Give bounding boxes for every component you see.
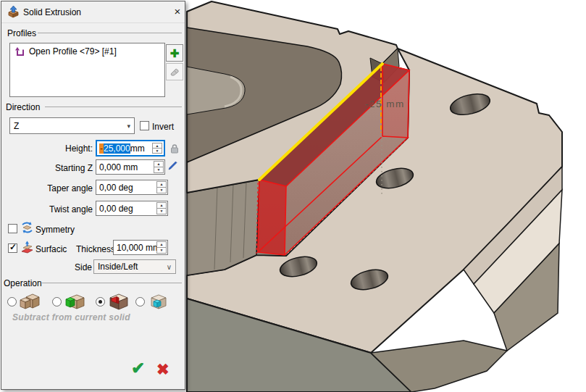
twist-angle-label: Twist angle <box>45 204 93 214</box>
dimension-label: -25 mm <box>365 99 405 109</box>
pick-pen-icon[interactable] <box>167 160 178 171</box>
direction-value: Z <box>14 121 19 131</box>
operation-radio-union[interactable] <box>7 297 17 306</box>
invert-label: Invert <box>152 122 174 132</box>
plus-icon: ✚ <box>170 48 180 59</box>
chevron-down-icon <box>127 122 130 130</box>
height-selected-text: 25,000 <box>104 143 130 154</box>
solid-extrusion-dialog: Solid Extrusion × Profiles Open Profile … <box>1 1 185 390</box>
taper-angle-field[interactable]: 0,00 deg <box>96 180 168 195</box>
eraser-icon <box>169 67 180 77</box>
twist-spinner[interactable] <box>156 202 167 214</box>
starting-z-spinner[interactable] <box>154 161 164 173</box>
side-value: Inside/Left <box>98 262 138 272</box>
surfacic-checkbox[interactable] <box>8 243 17 253</box>
invert-checkbox[interactable] <box>140 121 149 130</box>
taper-angle-value: 0,00 deg <box>99 183 133 193</box>
profiles-list[interactable]: Open Profile <79> [#1] <box>9 43 165 97</box>
spin-up-icon[interactable] <box>154 162 163 167</box>
thickness-value: 10,000 mm <box>117 243 160 253</box>
operation-radio-intersect[interactable] <box>135 297 145 306</box>
direction-group-label: Direction <box>6 102 40 112</box>
operation-radio-subtract[interactable] <box>96 297 105 306</box>
symmetry-label: Symmetry <box>35 225 75 235</box>
intersect-cyan-cube-icon <box>147 293 169 310</box>
solid-extrusion-icon <box>7 6 20 18</box>
starting-z-value: 0,000 mm <box>99 162 138 172</box>
spin-up-icon[interactable] <box>157 203 166 209</box>
spin-down-icon[interactable] <box>157 209 166 214</box>
thickness-spinner[interactable] <box>156 241 167 254</box>
union-cubes-icon <box>19 293 41 310</box>
close-button[interactable]: × <box>170 4 185 19</box>
thickness-label: Thickness <box>76 244 115 254</box>
twist-angle-field[interactable]: 0,00 deg <box>96 201 168 216</box>
height-spinner[interactable] <box>152 143 162 154</box>
app-window: -25 mm Solid Extrusion × Profiles <box>0 0 586 392</box>
direction-combobox[interactable]: Z <box>9 117 135 134</box>
list-item[interactable]: Open Profile <79> [#1] <box>10 43 164 59</box>
spin-down-icon[interactable] <box>153 149 162 153</box>
profiles-group-line <box>38 33 182 33</box>
dialog-title: Solid Extrusion <box>23 7 81 17</box>
open-profile-icon <box>14 46 25 57</box>
ok-button[interactable]: ✔ <box>131 360 145 377</box>
lock-icon <box>170 143 179 154</box>
remove-profile-button[interactable] <box>166 63 183 80</box>
dialog-titlebar[interactable]: Solid Extrusion × <box>1 1 185 23</box>
direction-group-line <box>45 107 182 107</box>
twist-angle-value: 0,00 deg <box>99 204 133 214</box>
starting-z-field[interactable]: 0,000 mm <box>96 159 165 175</box>
surfacic-label: Surfacic <box>35 244 67 254</box>
chevron-down-icon <box>167 263 172 271</box>
spin-up-icon[interactable] <box>153 143 162 149</box>
operation-group-line <box>42 283 182 283</box>
side-label: Side <box>75 262 92 272</box>
symmetry-icon <box>20 221 34 235</box>
height-label: Height: <box>45 143 93 154</box>
symmetry-checkbox[interactable] <box>8 224 17 233</box>
spin-up-icon[interactable] <box>157 182 166 188</box>
profiles-group-label: Profiles <box>7 28 36 38</box>
add-green-cube-icon <box>64 293 85 310</box>
spin-down-icon[interactable] <box>154 167 163 172</box>
add-profile-button[interactable]: ✚ <box>166 44 183 62</box>
height-field[interactable]: -25,000 mm <box>96 140 165 157</box>
thickness-field[interactable]: 10,000 mm <box>113 240 168 255</box>
cancel-button[interactable]: ✖ <box>156 362 169 377</box>
list-item-label: Open Profile <79> [#1] <box>29 46 117 57</box>
spin-down-icon[interactable] <box>157 188 166 193</box>
subtract-red-cube-icon <box>107 293 129 310</box>
operation-hint-text: Subtract from current solid <box>12 312 130 322</box>
operation-radio-add[interactable] <box>52 297 62 306</box>
spin-down-icon[interactable] <box>157 248 166 253</box>
spin-up-icon[interactable] <box>157 242 166 248</box>
surfacic-icon <box>20 241 34 254</box>
taper-spinner[interactable] <box>156 181 167 193</box>
height-unit: mm <box>130 143 145 154</box>
operation-group-label: Operation <box>4 278 42 288</box>
starting-z-label: Starting Z <box>45 163 93 173</box>
side-combobox[interactable]: Inside/Left <box>93 259 176 274</box>
taper-angle-label: Taper angle <box>45 183 93 193</box>
